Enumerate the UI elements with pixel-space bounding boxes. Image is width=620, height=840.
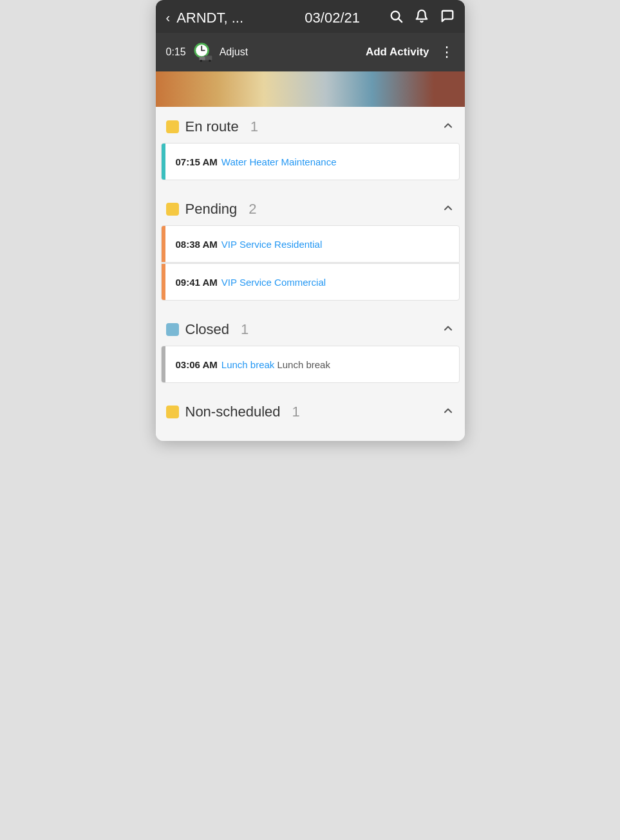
card-time-vip-com: 09:41 AM (176, 277, 218, 288)
secondary-right: Add Activity ⋮ (366, 44, 455, 61)
pending-dot (166, 203, 179, 216)
card-title-vip-com[interactable]: VIP Service Commercial (221, 277, 326, 288)
pending-collapse-button[interactable] (442, 201, 455, 218)
banner-image (156, 71, 465, 107)
card-content-lunch: 03:06 AM Lunch break Lunch break (165, 346, 459, 382)
spacer (156, 182, 465, 189)
card-title-vip-res[interactable]: VIP Service Residential (221, 239, 322, 250)
non-scheduled-dot (166, 406, 179, 418)
card-time: 07:15 AM (176, 156, 218, 167)
activity-card-lunch-break[interactable]: 03:06 AM Lunch break Lunch break (161, 346, 460, 383)
non-scheduled-title: Non-scheduled (185, 404, 281, 420)
back-button[interactable]: ‹ (166, 10, 171, 25)
section-header-left: En route 1 (166, 118, 258, 135)
secondary-left: 0:15 Adjust (166, 41, 249, 64)
activity-card-vip-residential[interactable]: 08:38 AM VIP Service Residential (161, 225, 460, 263)
spacer-2 (156, 302, 465, 310)
card-content: 07:15 AM Water Heater Maintenance (165, 144, 459, 180)
closed-count: 1 (241, 321, 249, 338)
bell-icon[interactable] (415, 9, 429, 26)
card-content-vip-res: 08:38 AM VIP Service Residential (165, 226, 459, 262)
closed-dot (166, 323, 179, 336)
svg-rect-6 (203, 55, 212, 60)
closed-title: Closed (185, 321, 229, 338)
section-header-left-pending: Pending 2 (166, 201, 257, 218)
svg-point-8 (200, 60, 202, 62)
section-header-pending: Pending 2 (156, 189, 465, 225)
adjust-button[interactable]: Adjust (220, 46, 248, 58)
top-bar: ‹ ARNDT, ... 03/02/21 (156, 0, 465, 33)
closed-collapse-button[interactable] (442, 322, 455, 338)
date-label: 03/02/21 (283, 10, 382, 26)
en-route-title: En route (185, 118, 239, 135)
phone-frame: ‹ ARNDT, ... 03/02/21 (156, 0, 465, 441)
card-title-link[interactable]: Water Heater Maintenance (221, 156, 337, 167)
card-time-lunch: 03:06 AM (176, 359, 218, 370)
activity-card-water-heater[interactable]: 07:15 AM Water Heater Maintenance (161, 143, 460, 180)
search-icon[interactable] (389, 9, 403, 26)
top-icons (389, 9, 455, 26)
en-route-collapse-button[interactable] (442, 119, 455, 135)
more-options-button[interactable]: ⋮ (440, 44, 455, 61)
spacer-3 (156, 384, 465, 392)
page-title: ARNDT, ... (176, 10, 276, 26)
svg-line-1 (399, 19, 402, 22)
card-title-lunch-plain: Lunch break (277, 359, 330, 370)
section-header-closed: Closed 1 (156, 310, 465, 346)
clock-truck-icon[interactable] (191, 41, 214, 64)
main-content: En route 1 07:15 AM Water Heater Mainten… (156, 107, 465, 441)
card-title-lunch-link[interactable]: Lunch break (221, 359, 275, 370)
svg-point-9 (209, 60, 211, 62)
pending-title: Pending (185, 201, 238, 218)
chat-icon[interactable] (440, 9, 455, 26)
en-route-count: 1 (250, 118, 258, 135)
secondary-bar: 0:15 Adjust Add Activity ⋮ (156, 33, 465, 71)
section-header-left-closed: Closed 1 (166, 321, 249, 338)
card-content-vip-com: 09:41 AM VIP Service Commercial (165, 264, 459, 300)
timer-display: 0:15 (166, 46, 186, 58)
section-header-non-scheduled: Non-scheduled 1 (156, 392, 465, 428)
section-header-en-route: En route 1 (156, 107, 465, 143)
non-scheduled-collapse-button[interactable] (442, 404, 455, 420)
en-route-dot (166, 120, 179, 133)
add-activity-button[interactable]: Add Activity (366, 46, 429, 59)
activity-card-vip-commercial[interactable]: 09:41 AM VIP Service Commercial (161, 263, 460, 301)
pending-count: 2 (249, 201, 256, 218)
non-scheduled-count: 1 (292, 404, 299, 420)
section-header-left-nonsched: Non-scheduled 1 (166, 404, 300, 420)
svg-rect-7 (199, 57, 205, 60)
card-time-vip-res: 08:38 AM (176, 239, 218, 250)
